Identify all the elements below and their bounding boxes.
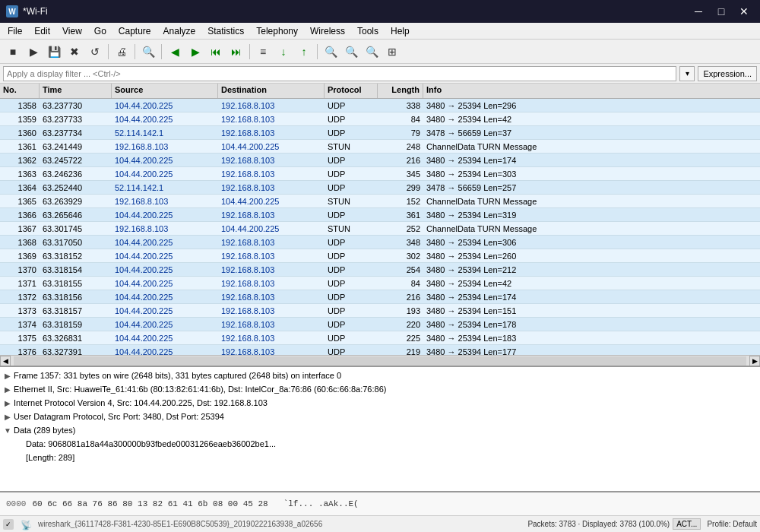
menu-edit[interactable]: Edit: [28, 24, 56, 38]
table-row[interactable]: 1364 63.252440 52.114.142.1 192.168.8.10…: [0, 181, 760, 195]
menu-go[interactable]: Go: [88, 24, 112, 38]
table-row[interactable]: 1374 63.318159 104.44.200.225 192.168.8.…: [0, 318, 760, 331]
scroll-left-arrow[interactable]: ◀: [0, 356, 11, 366]
cell-time: 63.237734: [40, 126, 112, 139]
cell-destination: 192.168.8.103: [218, 290, 325, 303]
table-row[interactable]: 1361 63.241449 192.168.8.103 104.44.200.…: [0, 140, 760, 154]
minimize-button[interactable]: ─: [689, 4, 708, 19]
cell-info: ChannelData TURN Message: [423, 140, 760, 153]
cell-no: 1360: [0, 126, 40, 139]
toolbar-go-last-btn[interactable]: ⏭: [226, 43, 246, 61]
maximize-button[interactable]: □: [711, 4, 731, 19]
menu-statistics[interactable]: Statistics: [201, 24, 250, 38]
toolbar-print-btn[interactable]: 🖨: [112, 43, 131, 61]
table-row[interactable]: 1366 63.265646 104.44.200.225 192.168.8.…: [0, 208, 760, 222]
detail-toggle-icon[interactable]: ▶: [3, 412, 12, 421]
cell-length: 299: [378, 181, 423, 194]
table-row[interactable]: 1362 63.245722 104.44.200.225 192.168.8.…: [0, 154, 760, 167]
cell-no: 1359: [0, 112, 40, 125]
cell-source: 104.44.200.225: [112, 208, 218, 221]
cell-source: 104.44.200.225: [112, 112, 218, 125]
toolbar-go-fwd-btn[interactable]: ▶: [185, 43, 205, 61]
table-row[interactable]: 1358 63.237730 104.44.200.225 192.168.8.…: [0, 99, 760, 112]
filter-input[interactable]: [3, 66, 676, 81]
menu-tools[interactable]: Tools: [351, 24, 385, 38]
scroll-right-arrow[interactable]: ▶: [749, 356, 760, 366]
toolbar-zoom4-btn[interactable]: ⊞: [382, 43, 402, 61]
toolbar-save-btn[interactable]: 💾: [44, 43, 64, 61]
packet-list-header: No. Time Source Destination Protocol Len…: [0, 84, 760, 99]
toolbar-colorize-btn[interactable]: ≡: [253, 43, 273, 61]
col-header-time: Time: [40, 84, 112, 98]
toolbar-go-first-btn[interactable]: ⏮: [206, 43, 226, 61]
table-row[interactable]: 1368 63.317050 104.44.200.225 192.168.8.…: [0, 236, 760, 249]
table-row[interactable]: 1370 63.318154 104.44.200.225 192.168.8.…: [0, 263, 760, 277]
cell-source: 104.44.200.225: [112, 290, 218, 303]
cell-time: 63.237733: [40, 112, 112, 125]
table-row[interactable]: 1369 63.318152 104.44.200.225 192.168.8.…: [0, 249, 760, 263]
cell-destination: 192.168.8.103: [218, 236, 325, 249]
toolbar-reload-btn[interactable]: ↺: [85, 43, 105, 61]
menu-telephony[interactable]: Telephony: [250, 24, 304, 38]
scroll-track[interactable]: [14, 356, 746, 366]
detail-toggle-icon[interactable]: [15, 439, 24, 448]
toolbar-zoom3-btn[interactable]: 🔍: [362, 43, 382, 61]
cell-no: 1368: [0, 236, 40, 249]
table-row[interactable]: 1359 63.237733 104.44.200.225 192.168.8.…: [0, 112, 760, 126]
cell-destination: 104.44.200.225: [218, 222, 325, 235]
toolbar-find-btn[interactable]: 🔍: [138, 43, 158, 61]
detail-toggle-icon[interactable]: [15, 453, 24, 462]
detail-row[interactable]: ▶ Ethernet II, Src: HuaweiTe_61:41:6b (8…: [0, 382, 760, 396]
table-row[interactable]: 1376 63.327391 104.44.200.225 192.168.8.…: [0, 345, 760, 355]
close-button[interactable]: ✕: [734, 4, 754, 19]
table-row[interactable]: 1372 63.318156 104.44.200.225 192.168.8.…: [0, 290, 760, 304]
cell-protocol: UDP: [325, 236, 378, 249]
detail-row[interactable]: ▼ Data (289 bytes): [0, 423, 760, 437]
toolbar-auto-scroll-btn[interactable]: ↓: [274, 43, 293, 61]
cell-length: 248: [378, 140, 423, 153]
detail-row[interactable]: ▶ Frame 1357: 331 bytes on wire (2648 bi…: [0, 369, 760, 382]
detail-row[interactable]: Data: 9068081a18a44a300000b93fbede000312…: [0, 437, 760, 451]
detail-toggle-icon[interactable]: ▶: [3, 385, 12, 394]
cell-protocol: UDP: [325, 112, 378, 125]
detail-row[interactable]: ▶ User Datagram Protocol, Src Port: 3480…: [0, 410, 760, 423]
table-row[interactable]: 1363 63.246236 104.44.200.225 192.168.8.…: [0, 167, 760, 181]
packet-list-body[interactable]: 1358 63.237730 104.44.200.225 192.168.8.…: [0, 99, 760, 355]
filter-dropdown-button[interactable]: ▾: [679, 66, 695, 81]
toolbar-zoom2-btn[interactable]: 🔍: [341, 43, 361, 61]
cell-length: 361: [378, 208, 423, 221]
table-row[interactable]: 1375 63.326831 104.44.200.225 192.168.8.…: [0, 331, 760, 345]
cell-destination: 192.168.8.103: [218, 249, 325, 262]
cell-time: 63.263929: [40, 195, 112, 207]
menu-analyze[interactable]: Analyze: [157, 24, 202, 38]
cell-time: 63.327391: [40, 345, 112, 355]
table-row[interactable]: 1371 63.318155 104.44.200.225 192.168.8.…: [0, 277, 760, 290]
toolbar-open-btn[interactable]: ▶: [24, 43, 43, 61]
cell-info: 3480 → 25394 Len=306: [423, 236, 760, 249]
toolbar-close-btn[interactable]: ✖: [65, 43, 84, 61]
toolbar-go-back-btn[interactable]: ◀: [165, 43, 185, 61]
menu-help[interactable]: Help: [385, 24, 416, 38]
detail-toggle-icon[interactable]: ▶: [3, 371, 12, 380]
status-ready-icon: ✓: [3, 519, 14, 530]
table-row[interactable]: 1365 63.263929 192.168.8.103 104.44.200.…: [0, 195, 760, 208]
hex-ascii: `lf... .aAk..E(: [283, 499, 359, 508]
toolbar-zoom-in-btn[interactable]: ↑: [294, 43, 314, 61]
menu-view[interactable]: View: [56, 24, 88, 38]
detail-toggle-icon[interactable]: ▶: [3, 398, 12, 407]
table-row[interactable]: 1360 63.237734 52.114.142.1 192.168.8.10…: [0, 126, 760, 140]
detail-row[interactable]: ▶ Internet Protocol Version 4, Src: 104.…: [0, 396, 760, 410]
expression-button[interactable]: Expression...: [698, 66, 757, 81]
table-row[interactable]: 1367 63.301745 192.168.8.103 104.44.200.…: [0, 222, 760, 236]
cell-source: 192.168.8.103: [112, 140, 218, 153]
menu-file[interactable]: File: [2, 24, 28, 38]
active-button[interactable]: ACT...: [673, 518, 701, 530]
menu-capture[interactable]: Capture: [112, 24, 157, 38]
horizontal-scrollbar[interactable]: ◀ ▶: [0, 355, 760, 366]
menu-wireless[interactable]: Wireless: [304, 24, 351, 38]
detail-toggle-icon[interactable]: ▼: [3, 426, 12, 435]
detail-row[interactable]: [Length: 289]: [0, 451, 760, 464]
toolbar-zoom1-btn[interactable]: 🔍: [321, 43, 340, 61]
table-row[interactable]: 1373 63.318157 104.44.200.225 192.168.8.…: [0, 304, 760, 318]
toolbar-new-btn[interactable]: ■: [3, 43, 23, 61]
